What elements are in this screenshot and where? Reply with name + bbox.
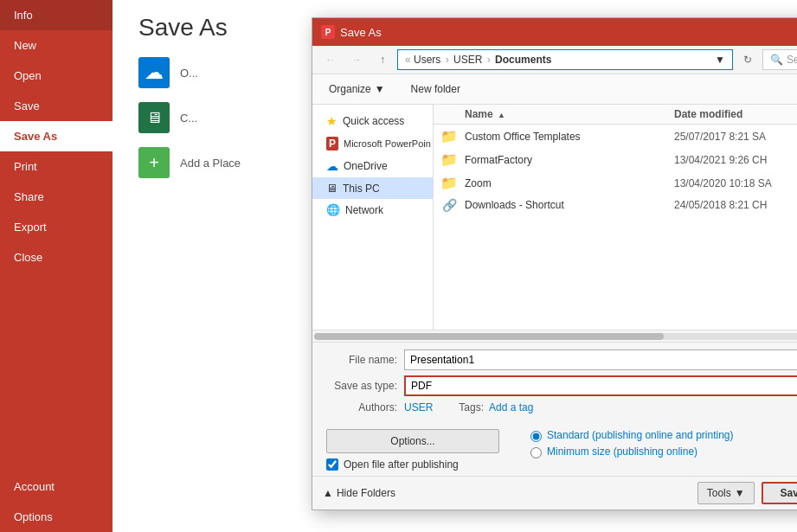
address-path[interactable]: « Users › USER › Documents ▼	[397, 49, 733, 70]
radio-min-label: Minimum size (publishing online)	[547, 445, 697, 458]
sidebar-item-share[interactable]: Share	[0, 182, 112, 212]
nav-item-powerpoint[interactable]: P Microsoft PowerPoin	[312, 132, 433, 155]
new-folder-button[interactable]: New folder	[402, 78, 470, 100]
author-value[interactable]: USER	[404, 401, 433, 413]
file-list: Name ▲ Date modified Type 📁 Custom Offic…	[434, 105, 797, 330]
sidebar-item-info[interactable]: Info	[0, 0, 112, 30]
file-name-row: File name: Presentation1 ▼	[326, 349, 797, 370]
hide-folders-button[interactable]: ▲ Hide Folders	[323, 487, 395, 499]
search-placeholder: Search Documents	[787, 54, 797, 66]
radio-standard-input[interactable]	[530, 431, 542, 442]
radio-standard-row[interactable]: Standard (publishing online and printing…	[530, 429, 797, 442]
options-area: Options... Open file after publishing St…	[312, 426, 797, 476]
search-box[interactable]: 🔍 Search Documents	[762, 49, 797, 70]
nav-item-this-pc[interactable]: 🖥 This PC	[312, 177, 433, 199]
open-after-checkbox[interactable]	[326, 458, 338, 471]
file-row-format-factory[interactable]: 📁 FormatFactory 13/04/2021 9:26 CH File …	[434, 148, 797, 171]
nav-back-button[interactable]: ←	[319, 49, 342, 70]
dialog-title-text: Save As	[340, 26, 382, 39]
computer-icon: 🖥	[138, 102, 170, 133]
dialog-footer: ▲ Hide Folders Tools ▼ Save Cancel	[312, 476, 797, 510]
horizontal-scrollbar[interactable]	[312, 330, 797, 342]
file-list-header: Name ▲ Date modified Type	[434, 105, 797, 125]
sidebar-item-close[interactable]: Close	[0, 242, 112, 272]
nav-item-quick-access[interactable]: ★ Quick access	[312, 110, 433, 132]
authors-row: Authors: USER Tags: Add a tag	[326, 401, 797, 413]
network-icon: 🌐	[326, 203, 340, 216]
folder-icon: 📁	[440, 175, 458, 191]
save-type-label: Save as type:	[326, 380, 404, 392]
dialog-form: File name: Presentation1 ▼ Save as type:…	[312, 342, 797, 426]
options-button[interactable]: Options...	[326, 429, 499, 453]
quick-access-icon: ★	[326, 114, 337, 128]
sidebar-item-options[interactable]: Options	[0, 502, 112, 532]
organize-button[interactable]: Organize ▼	[319, 78, 395, 100]
onedrive-icon: ☁	[138, 57, 170, 88]
file-name-input[interactable]: Presentation1 ▼	[404, 349, 797, 370]
save-button[interactable]: Save	[762, 482, 797, 504]
radio-min-row[interactable]: Minimum size (publishing online)	[530, 445, 797, 458]
nav-panel: ★ Quick access P Microsoft PowerPoin ☁ O…	[312, 105, 434, 330]
address-bar: ← → ↑ « Users › USER › Documents ▼ ↻ 🔍 S…	[312, 46, 797, 74]
authors-label: Authors:	[326, 401, 404, 413]
save-as-dialog: P Save As ✕ ← → ↑ « Users › USER › Docum…	[312, 17, 797, 510]
save-type-input[interactable]: PDF ▼	[404, 375, 797, 396]
open-after-label: Open file after publishing	[344, 458, 459, 471]
dialog-app-icon: P	[321, 25, 335, 39]
file-name-label: File name:	[326, 354, 404, 366]
main-area: Save As ☁ O... 🖥 C... + Add a Place P Sa…	[112, 0, 797, 532]
tags-label: Tags:	[459, 401, 484, 413]
folder-icon: 📁	[440, 128, 458, 144]
sidebar-item-account[interactable]: Account	[0, 471, 112, 502]
nav-item-onedrive[interactable]: ☁ OneDrive	[312, 155, 433, 177]
dialog-titlebar: P Save As ✕	[312, 18, 797, 46]
sidebar-item-print[interactable]: Print	[0, 151, 112, 182]
onedrive-nav-icon: ☁	[326, 159, 338, 173]
nav-item-network[interactable]: 🌐 Network	[312, 199, 433, 221]
radio-min-input[interactable]	[530, 447, 542, 458]
file-row-downloads-shortcut[interactable]: 🔗 Downloads - Shortcut 24/05/2018 8:21 C…	[434, 195, 797, 215]
nav-forward-button[interactable]: →	[345, 49, 368, 70]
nav-up-button[interactable]: ↑	[371, 49, 394, 70]
sidebar: Info New Open Save Save As Print Share E…	[0, 0, 112, 532]
radio-standard-label: Standard (publishing online and printing…	[547, 429, 733, 441]
sidebar-item-open[interactable]: Open	[0, 61, 112, 91]
open-after-row: Open file after publishing	[326, 458, 499, 471]
file-row-custom-office[interactable]: 📁 Custom Office Templates 25/07/2017 8:2…	[434, 125, 797, 148]
sidebar-item-export[interactable]: Export	[0, 212, 112, 242]
add-place-icon: +	[138, 147, 170, 178]
sidebar-item-new[interactable]: New	[0, 30, 112, 61]
this-pc-icon: 🖥	[326, 182, 337, 195]
folder-icon: 📁	[440, 151, 458, 168]
shortcut-icon: 🔗	[442, 198, 457, 212]
file-toolbar: Organize ▼ New folder ≡≡ ▼ ?	[312, 74, 797, 105]
refresh-button[interactable]: ↻	[736, 49, 759, 70]
add-tag-link[interactable]: Add a tag	[489, 401, 533, 413]
tools-button[interactable]: Tools ▼	[697, 482, 755, 504]
powerpoint-icon: P	[326, 137, 338, 151]
save-type-row: Save as type: PDF ▼	[326, 375, 797, 396]
sidebar-item-save[interactable]: Save	[0, 91, 112, 121]
file-browser: ★ Quick access P Microsoft PowerPoin ☁ O…	[312, 105, 797, 330]
sidebar-item-save-as[interactable]: Save As	[0, 121, 112, 151]
file-row-zoom[interactable]: 📁 Zoom 13/04/2020 10:18 SA File folder	[434, 171, 797, 195]
